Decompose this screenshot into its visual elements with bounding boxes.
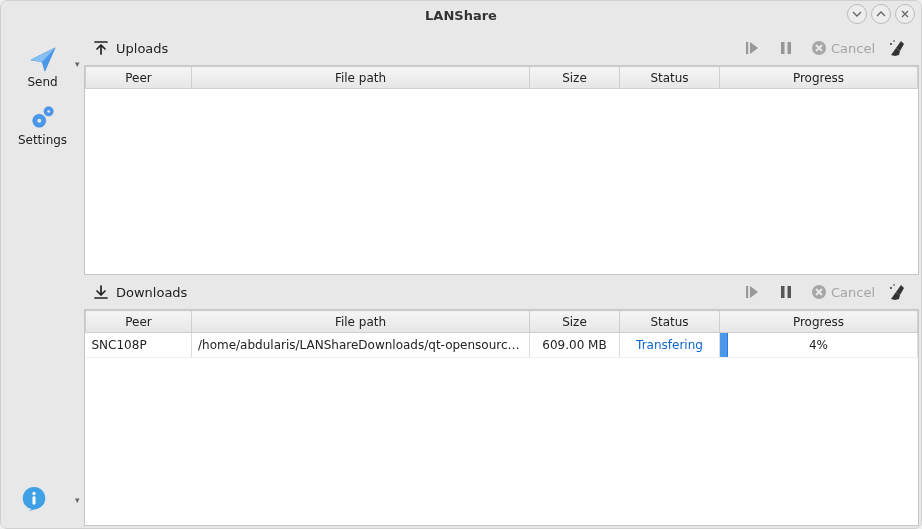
downloads-cancel-button[interactable]: Cancel	[811, 284, 875, 300]
send-icon	[27, 43, 59, 75]
table-header-row: Peer File path Size Status Progress	[86, 311, 918, 333]
gear-icon	[27, 101, 59, 133]
col-peer[interactable]: Peer	[86, 311, 192, 333]
svg-point-17	[890, 287, 892, 289]
sidebar-item-label: Settings	[18, 133, 67, 147]
close-icon	[900, 9, 910, 19]
cancel-label: Cancel	[831, 41, 875, 56]
table-header-row: Peer File path Size Status Progress	[86, 67, 918, 89]
chevron-up-icon	[876, 9, 886, 19]
uploads-header: Uploads Cancel	[84, 31, 919, 65]
info-icon	[19, 485, 49, 518]
svg-rect-9	[787, 42, 791, 54]
svg-rect-15	[787, 286, 791, 298]
download-icon	[92, 283, 110, 301]
downloads-table: Peer File path Size Status Progress SNC1…	[84, 309, 919, 526]
col-peer[interactable]: Peer	[86, 67, 192, 89]
svg-point-18	[893, 284, 895, 286]
uploads-title: Uploads	[116, 41, 168, 56]
content: Uploads Cancel	[84, 29, 921, 528]
chevron-down-icon	[852, 9, 862, 19]
broom-icon	[887, 38, 907, 58]
maximize-button[interactable]	[871, 4, 891, 24]
uploads-panel: Uploads Cancel	[84, 31, 919, 275]
sidebar-item-label: Send	[27, 75, 57, 89]
svg-rect-13	[746, 286, 748, 298]
col-status[interactable]: Status	[620, 67, 720, 89]
close-button[interactable]	[895, 4, 915, 24]
cancel-label: Cancel	[831, 285, 875, 300]
play-icon	[743, 39, 761, 57]
sidebar-item-info[interactable]: ▾	[13, 481, 73, 528]
upload-icon	[92, 39, 110, 57]
uploads-resume-button[interactable]	[735, 35, 769, 61]
sidebar: Send ▾ Settings	[1, 29, 84, 528]
col-progress[interactable]: Progress	[720, 311, 918, 333]
col-size[interactable]: Size	[530, 67, 620, 89]
svg-point-3	[46, 110, 49, 113]
uploads-pause-button[interactable]	[769, 35, 803, 61]
svg-rect-14	[781, 286, 785, 298]
col-file[interactable]: File path	[192, 67, 530, 89]
downloads-panel: Downloads Cancel	[84, 275, 919, 526]
svg-point-12	[893, 40, 895, 42]
dropdown-indicator-icon: ▾	[75, 495, 80, 505]
body: Send ▾ Settings	[1, 29, 921, 528]
table-row[interactable]: SNC108P /home/abdularis/LANShareDownload…	[86, 333, 918, 358]
col-status[interactable]: Status	[620, 311, 720, 333]
downloads-header: Downloads Cancel	[84, 275, 919, 309]
downloads-title: Downloads	[116, 285, 187, 300]
svg-point-11	[890, 43, 892, 45]
play-icon	[743, 283, 761, 301]
minimize-button[interactable]	[847, 4, 867, 24]
cell-status: Transfering	[620, 333, 720, 358]
window-title: LANShare	[425, 8, 497, 23]
svg-rect-8	[781, 42, 785, 54]
svg-rect-6	[32, 496, 35, 504]
downloads-resume-button[interactable]	[735, 279, 769, 305]
app-window: LANShare Send ▾	[0, 0, 922, 529]
downloads-pause-button[interactable]	[769, 279, 803, 305]
col-progress[interactable]: Progress	[720, 67, 918, 89]
sidebar-item-send[interactable]: Send ▾	[13, 39, 73, 97]
cell-progress: 4%	[720, 333, 918, 358]
titlebar: LANShare	[1, 1, 921, 29]
window-buttons	[847, 4, 915, 24]
dropdown-indicator-icon: ▾	[75, 59, 80, 69]
svg-rect-7	[746, 42, 748, 54]
broom-icon	[887, 282, 907, 302]
progress-text: 4%	[720, 333, 917, 357]
cancel-icon	[811, 284, 827, 300]
pause-icon	[778, 40, 794, 56]
sidebar-item-settings[interactable]: Settings	[13, 97, 73, 155]
cell-peer: SNC108P	[86, 333, 192, 358]
uploads-clear-button[interactable]	[883, 35, 911, 61]
svg-point-5	[32, 492, 35, 495]
cell-file: /home/abdularis/LANShareDownloads/qt-ope…	[192, 333, 530, 358]
pause-icon	[778, 284, 794, 300]
downloads-clear-button[interactable]	[883, 279, 911, 305]
svg-point-1	[36, 118, 41, 123]
cell-size: 609.00 MB	[530, 333, 620, 358]
col-size[interactable]: Size	[530, 311, 620, 333]
uploads-cancel-button[interactable]: Cancel	[811, 40, 875, 56]
uploads-table: Peer File path Size Status Progress	[84, 65, 919, 275]
col-file[interactable]: File path	[192, 311, 530, 333]
cancel-icon	[811, 40, 827, 56]
